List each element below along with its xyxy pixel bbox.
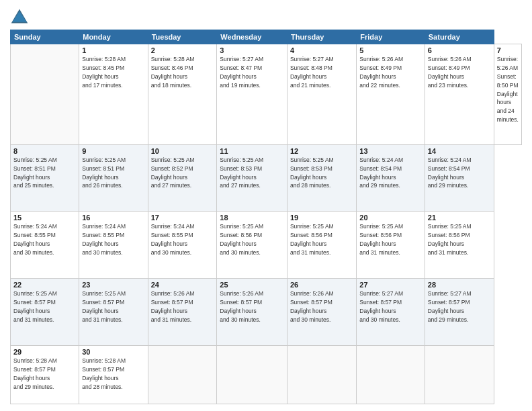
logo [10, 7, 32, 26]
day-number: 21 [428, 214, 491, 222]
calendar-cell: 14 Sunrise: 5:24 AMSunset: 8:54 PMDaylig… [425, 144, 494, 212]
header-row: SundayMondayTuesdayWednesdayThursdayFrid… [11, 30, 522, 44]
day-number: 20 [359, 214, 421, 222]
calendar-cell: 5 Sunrise: 5:26 AMSunset: 8:49 PMDayligh… [357, 44, 425, 145]
day-info: Sunrise: 5:28 AMSunset: 8:57 PMDaylight … [13, 357, 57, 390]
day-number: 23 [82, 281, 144, 289]
day-info: Sunrise: 5:27 AMSunset: 8:57 PMDaylight … [428, 290, 472, 323]
calendar-cell: 11 Sunrise: 5:25 AMSunset: 8:53 PMDaylig… [217, 144, 287, 212]
day-number: 4 [290, 46, 353, 54]
day-header-thursday: Thursday [287, 30, 356, 44]
day-info: Sunrise: 5:26 AMSunset: 8:49 PMDaylight … [359, 56, 403, 89]
day-info: Sunrise: 5:25 AMSunset: 8:56 PMDaylight … [290, 223, 334, 256]
day-number: 30 [82, 348, 144, 356]
day-number: 29 [13, 348, 76, 356]
day-info: Sunrise: 5:24 AMSunset: 8:55 PMDaylight … [151, 223, 195, 256]
day-number: 13 [359, 147, 421, 155]
day-header-wednesday: Wednesday [217, 30, 287, 44]
day-info: Sunrise: 5:27 AMSunset: 8:57 PMDaylight … [359, 290, 403, 323]
day-info: Sunrise: 5:28 AMSunset: 8:46 PMDaylight … [151, 56, 195, 89]
calendar-cell [217, 345, 287, 404]
day-info: Sunrise: 5:28 AMSunset: 8:57 PMDaylight … [82, 357, 126, 390]
calendar-cell: 28 Sunrise: 5:27 AMSunset: 8:57 PMDaylig… [425, 279, 494, 346]
calendar-cell: 18 Sunrise: 5:25 AMSunset: 8:56 PMDaylig… [217, 212, 287, 279]
calendar-cell: 21 Sunrise: 5:25 AMSunset: 8:56 PMDaylig… [425, 212, 494, 279]
day-number: 11 [220, 147, 284, 155]
calendar-cell [357, 345, 425, 404]
day-number: 1 [82, 46, 144, 54]
day-info: Sunrise: 5:25 AMSunset: 8:51 PMDaylight … [82, 156, 126, 189]
day-number: 8 [13, 147, 76, 155]
calendar-cell: 3 Sunrise: 5:27 AMSunset: 8:47 PMDayligh… [217, 44, 287, 145]
day-number: 9 [82, 147, 144, 155]
day-number: 17 [151, 214, 214, 222]
day-info: Sunrise: 5:25 AMSunset: 8:53 PMDaylight … [290, 156, 334, 189]
header [10, 7, 522, 26]
calendar-cell: 13 Sunrise: 5:24 AMSunset: 8:54 PMDaylig… [357, 144, 425, 212]
day-info: Sunrise: 5:26 AMSunset: 8:57 PMDaylight … [151, 290, 195, 323]
calendar-cell: 17 Sunrise: 5:24 AMSunset: 8:55 PMDaylig… [148, 212, 217, 279]
day-info: Sunrise: 5:26 AMSunset: 8:50 PMDaylight … [497, 56, 519, 123]
day-number: 7 [497, 46, 519, 54]
day-info: Sunrise: 5:27 AMSunset: 8:47 PMDaylight … [220, 56, 263, 89]
calendar-cell: 4 Sunrise: 5:27 AMSunset: 8:48 PMDayligh… [287, 44, 356, 145]
day-number: 26 [290, 281, 353, 289]
day-info: Sunrise: 5:24 AMSunset: 8:54 PMDaylight … [359, 156, 403, 189]
day-number: 6 [428, 46, 491, 54]
day-info: Sunrise: 5:26 AMSunset: 8:57 PMDaylight … [290, 290, 334, 323]
day-info: Sunrise: 5:25 AMSunset: 8:56 PMDaylight … [359, 223, 403, 256]
calendar-cell: 22 Sunrise: 5:25 AMSunset: 8:57 PMDaylig… [11, 279, 79, 346]
calendar-cell [287, 345, 356, 404]
day-number: 18 [220, 214, 284, 222]
day-info: Sunrise: 5:27 AMSunset: 8:48 PMDaylight … [290, 56, 334, 89]
calendar-cell [11, 44, 79, 145]
day-header-monday: Monday [79, 30, 148, 44]
page: SundayMondayTuesdayWednesdayThursdayFrid… [0, 0, 532, 411]
day-header-saturday: Saturday [425, 30, 494, 44]
day-number: 24 [151, 281, 214, 289]
calendar-cell: 16 Sunrise: 5:24 AMSunset: 8:55 PMDaylig… [79, 212, 148, 279]
logo-icon [10, 7, 29, 26]
day-number: 3 [220, 46, 284, 54]
day-info: Sunrise: 5:25 AMSunset: 8:52 PMDaylight … [151, 156, 195, 189]
calendar-cell: 27 Sunrise: 5:27 AMSunset: 8:57 PMDaylig… [357, 279, 425, 346]
calendar-cell [148, 345, 217, 404]
day-info: Sunrise: 5:26 AMSunset: 8:49 PMDaylight … [428, 56, 472, 89]
day-number: 14 [428, 147, 491, 155]
day-header-tuesday: Tuesday [148, 30, 217, 44]
calendar-cell: 19 Sunrise: 5:25 AMSunset: 8:56 PMDaylig… [287, 212, 356, 279]
calendar-cell: 26 Sunrise: 5:26 AMSunset: 8:57 PMDaylig… [287, 279, 356, 346]
day-info: Sunrise: 5:25 AMSunset: 8:56 PMDaylight … [428, 223, 472, 256]
day-header-friday: Friday [357, 30, 425, 44]
calendar-table: SundayMondayTuesdayWednesdayThursdayFrid… [10, 30, 522, 404]
calendar-cell: 9 Sunrise: 5:25 AMSunset: 8:51 PMDayligh… [79, 144, 148, 212]
day-info: Sunrise: 5:24 AMSunset: 8:55 PMDaylight … [82, 223, 126, 256]
day-info: Sunrise: 5:25 AMSunset: 8:53 PMDaylight … [220, 156, 263, 189]
day-info: Sunrise: 5:25 AMSunset: 8:57 PMDaylight … [82, 290, 126, 323]
calendar-cell: 20 Sunrise: 5:25 AMSunset: 8:56 PMDaylig… [357, 212, 425, 279]
day-info: Sunrise: 5:26 AMSunset: 8:57 PMDaylight … [220, 290, 263, 323]
calendar-cell: 15 Sunrise: 5:24 AMSunset: 8:55 PMDaylig… [11, 212, 79, 279]
day-info: Sunrise: 5:25 AMSunset: 8:51 PMDaylight … [13, 156, 57, 189]
calendar-cell: 29 Sunrise: 5:28 AMSunset: 8:57 PMDaylig… [11, 345, 79, 404]
day-info: Sunrise: 5:28 AMSunset: 8:45 PMDaylight … [82, 56, 126, 89]
day-number: 15 [13, 214, 76, 222]
day-number: 19 [290, 214, 353, 222]
day-number: 22 [13, 281, 76, 289]
calendar-cell: 12 Sunrise: 5:25 AMSunset: 8:53 PMDaylig… [287, 144, 356, 212]
day-number: 28 [428, 281, 491, 289]
day-number: 27 [359, 281, 421, 289]
day-number: 25 [220, 281, 284, 289]
calendar-cell: 24 Sunrise: 5:26 AMSunset: 8:57 PMDaylig… [148, 279, 217, 346]
day-info: Sunrise: 5:24 AMSunset: 8:54 PMDaylight … [428, 156, 472, 189]
day-info: Sunrise: 5:25 AMSunset: 8:56 PMDaylight … [220, 223, 263, 256]
day-number: 10 [151, 147, 214, 155]
calendar-cell: 2 Sunrise: 5:28 AMSunset: 8:46 PMDayligh… [148, 44, 217, 145]
day-number: 2 [151, 46, 214, 54]
day-number: 12 [290, 147, 353, 155]
calendar-cell: 1 Sunrise: 5:28 AMSunset: 8:45 PMDayligh… [79, 44, 148, 145]
day-header-sunday: Sunday [11, 30, 79, 44]
day-info: Sunrise: 5:24 AMSunset: 8:55 PMDaylight … [13, 223, 57, 256]
day-number: 5 [359, 46, 421, 54]
calendar-cell [425, 345, 494, 404]
